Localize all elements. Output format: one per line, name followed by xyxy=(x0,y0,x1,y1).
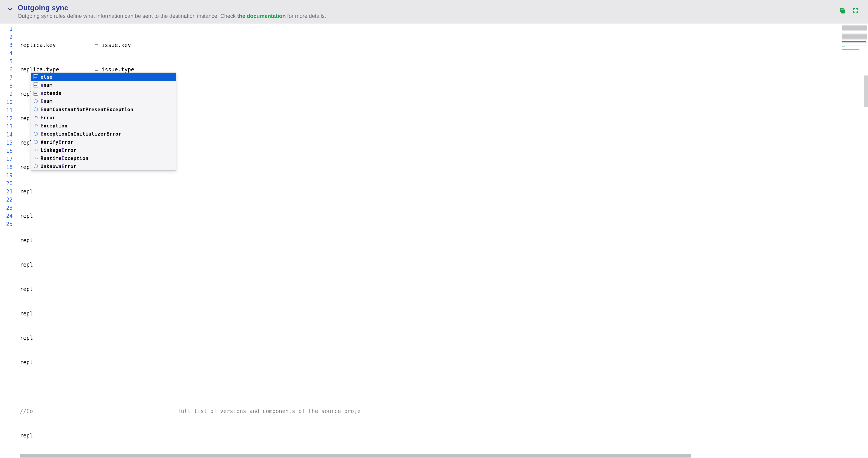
code-line-7[interactable]: repl xyxy=(20,188,841,196)
class-icon xyxy=(33,99,38,104)
autocomplete-label: ExceptionInInitializerError xyxy=(40,130,121,138)
autocomplete-label: enum xyxy=(40,81,53,89)
line-number: 10 xyxy=(0,98,13,106)
line-number: 20 xyxy=(0,179,13,188)
line-number: 12 xyxy=(0,114,13,123)
header-text: Outgoing sync Outgoing sync rules define… xyxy=(18,4,835,19)
autocomplete-label: RuntimeException xyxy=(40,155,88,162)
editor: 1234567891011121314151617181920212223242… xyxy=(0,24,868,453)
line-number: 21 xyxy=(0,188,13,196)
page-subtitle: Outgoing sync rules define what informat… xyxy=(18,13,835,19)
line-number: 18 xyxy=(0,163,13,171)
code-line-17[interactable]: repl xyxy=(20,431,841,440)
autocomplete-label: Enum xyxy=(40,98,53,105)
code-line-15[interactable] xyxy=(20,383,841,391)
line-number: 19 xyxy=(0,171,13,179)
code-line-11[interactable]: repl xyxy=(20,285,841,293)
comment-start: //Co xyxy=(20,408,33,415)
minimap[interactable] xyxy=(841,24,868,453)
line-number: 1 xyxy=(0,25,13,33)
subtitle-pre: Outgoing sync rules define what informat… xyxy=(18,13,237,19)
code-line-13[interactable]: repl xyxy=(20,334,841,342)
line-number: 15 xyxy=(0,139,13,147)
autocomplete-item[interactable]: EnumConstantNotPresentException xyxy=(31,105,176,113)
code-line-8[interactable]: repl xyxy=(20,212,841,220)
code-line-9[interactable]: repl xyxy=(20,236,841,244)
autocomplete-item[interactable]: ExceptionInInitializerError xyxy=(31,130,176,138)
line-gutter: 1234567891011121314151617181920212223242… xyxy=(0,24,16,453)
line-number: 2 xyxy=(0,33,13,41)
class-icon xyxy=(33,131,38,136)
type-icon: ‹T› xyxy=(33,156,38,161)
copy-icon[interactable] xyxy=(839,7,846,15)
line-number: 16 xyxy=(0,147,13,155)
comment-tail: full list of versions and components of … xyxy=(178,408,361,415)
snippet-icon xyxy=(33,74,38,79)
line-number: 17 xyxy=(0,155,13,163)
autocomplete-item[interactable]: extends xyxy=(31,89,176,97)
autocomplete-item[interactable]: ‹T›Exception xyxy=(31,122,176,130)
vertical-scrollbar-thumb[interactable] xyxy=(864,75,868,107)
fullscreen-icon[interactable] xyxy=(852,7,859,15)
class-icon xyxy=(33,139,38,144)
class-icon xyxy=(33,107,38,112)
line-number: 22 xyxy=(0,196,13,204)
snippet-icon xyxy=(33,83,38,88)
autocomplete-item[interactable]: ‹T›RuntimeException xyxy=(31,154,176,162)
snippet-icon xyxy=(33,91,38,96)
type-icon: ‹T› xyxy=(33,115,38,120)
code-line-12[interactable]: repl xyxy=(20,309,841,318)
line-number: 8 xyxy=(0,82,13,90)
horizontal-scrollbar[interactable] xyxy=(20,453,839,458)
class-icon xyxy=(33,164,38,169)
code-line-1[interactable]: replica.key = issue.key xyxy=(20,41,841,49)
autocomplete-item[interactable]: enum xyxy=(31,81,176,89)
autocomplete-label: else xyxy=(40,73,53,81)
autocomplete-label: extends xyxy=(40,90,61,97)
editor-main[interactable]: 1234567891011121314151617181920212223242… xyxy=(0,24,841,453)
line-number: 24 xyxy=(0,212,13,220)
line-number: 13 xyxy=(0,123,13,131)
autocomplete-item[interactable]: else xyxy=(31,73,176,81)
autocomplete-label: EnumConstantNotPresentException xyxy=(40,106,133,113)
line-number: 5 xyxy=(0,57,13,66)
autocomplete-item[interactable]: UnknownError xyxy=(31,162,176,170)
line-number: 9 xyxy=(0,90,13,98)
autocomplete-label: Error xyxy=(40,114,55,121)
line-number: 11 xyxy=(0,106,13,114)
code-line-14[interactable]: repl xyxy=(20,358,841,366)
header: Outgoing sync Outgoing sync rules define… xyxy=(0,0,868,24)
line-number: 25 xyxy=(0,220,13,228)
subtitle-post: for more details. xyxy=(286,13,326,19)
svg-rect-0 xyxy=(841,9,845,13)
autocomplete-item[interactable]: VerifyError xyxy=(31,138,176,146)
autocomplete-popup[interactable]: elseenumextendsEnumEnumConstantNotPresen… xyxy=(31,72,176,171)
horizontal-scrollbar-thumb[interactable] xyxy=(20,454,691,458)
autocomplete-label: UnknownError xyxy=(40,163,76,170)
autocomplete-label: Exception xyxy=(40,122,67,129)
autocomplete-label: LinkageError xyxy=(40,146,76,154)
autocomplete-label: VerifyError xyxy=(40,138,73,146)
collapse-chevron-icon[interactable] xyxy=(7,6,13,13)
line-number: 23 xyxy=(0,204,13,212)
page-title: Outgoing sync xyxy=(18,4,835,12)
line-number: 4 xyxy=(0,49,13,57)
header-actions xyxy=(839,7,859,15)
line-number: 3 xyxy=(0,41,13,49)
line-number: 14 xyxy=(0,131,13,139)
code-line-16[interactable]: //Cofull list of versions and components… xyxy=(20,407,841,415)
line-number: 7 xyxy=(0,74,13,82)
code-line-10[interactable]: repl xyxy=(20,261,841,269)
type-icon: ‹T› xyxy=(33,148,38,153)
autocomplete-item[interactable]: ‹T›LinkageError xyxy=(31,146,176,154)
line-number: 6 xyxy=(0,66,13,74)
autocomplete-item[interactable]: Enum xyxy=(31,97,176,105)
documentation-link[interactable]: the documentation xyxy=(237,13,286,19)
type-icon: ‹T› xyxy=(33,123,38,128)
autocomplete-item[interactable]: ‹T›Error xyxy=(31,113,176,122)
